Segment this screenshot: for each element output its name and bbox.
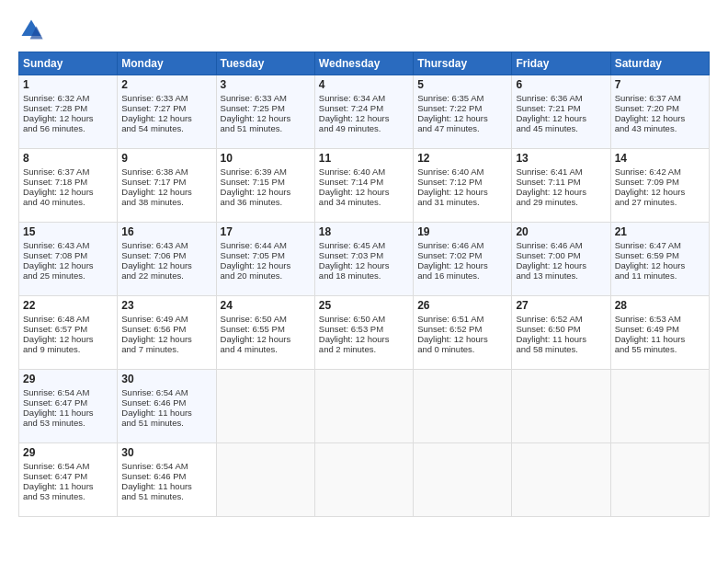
col-wednesday: Wednesday bbox=[314, 52, 413, 75]
table-row bbox=[610, 443, 709, 517]
table-row: 27Sunrise: 6:52 AMSunset: 6:50 PMDayligh… bbox=[512, 296, 610, 370]
table-row: 8Sunrise: 6:37 AMSunset: 7:18 PMDaylight… bbox=[19, 149, 118, 223]
table-row: 1Sunrise: 6:32 AMSunset: 7:28 PMDaylight… bbox=[19, 75, 118, 149]
table-row bbox=[512, 443, 610, 517]
table-row bbox=[414, 443, 512, 517]
calendar-table: Sunday Monday Tuesday Wednesday Thursday… bbox=[18, 52, 710, 517]
table-row: 14Sunrise: 6:42 AMSunset: 7:09 PMDayligh… bbox=[610, 149, 709, 223]
table-row: 3Sunrise: 6:33 AMSunset: 7:25 PMDaylight… bbox=[216, 75, 314, 149]
table-row: 24Sunrise: 6:50 AMSunset: 6:55 PMDayligh… bbox=[216, 296, 314, 370]
table-row: 29Sunrise: 6:54 AMSunset: 6:47 PMDayligh… bbox=[19, 443, 118, 517]
calendar-body: 1Sunrise: 6:32 AMSunset: 7:28 PMDaylight… bbox=[19, 75, 710, 517]
table-row: 9Sunrise: 6:38 AMSunset: 7:17 PMDaylight… bbox=[118, 149, 216, 223]
table-row: 28Sunrise: 6:53 AMSunset: 6:49 PMDayligh… bbox=[610, 296, 709, 370]
table-row: 26Sunrise: 6:51 AMSunset: 6:52 PMDayligh… bbox=[414, 296, 512, 370]
logo-icon bbox=[18, 17, 44, 42]
logo bbox=[18, 17, 46, 42]
table-row: 13Sunrise: 6:41 AMSunset: 7:11 PMDayligh… bbox=[512, 149, 610, 223]
table-row: 30Sunrise: 6:54 AMSunset: 6:46 PMDayligh… bbox=[118, 443, 216, 517]
table-row: 7Sunrise: 6:37 AMSunset: 7:20 PMDaylight… bbox=[610, 75, 709, 149]
table-row: 16Sunrise: 6:43 AMSunset: 7:06 PMDayligh… bbox=[118, 223, 216, 296]
table-row: 15Sunrise: 6:43 AMSunset: 7:08 PMDayligh… bbox=[19, 223, 118, 296]
col-thursday: Thursday bbox=[414, 52, 512, 75]
table-row: 5Sunrise: 6:35 AMSunset: 7:22 PMDaylight… bbox=[414, 75, 512, 149]
col-saturday: Saturday bbox=[610, 52, 709, 75]
table-row: 29Sunrise: 6:54 AMSunset: 6:47 PMDayligh… bbox=[19, 370, 118, 443]
header bbox=[18, 17, 710, 42]
table-row: 23Sunrise: 6:49 AMSunset: 6:56 PMDayligh… bbox=[118, 296, 216, 370]
table-row: 17Sunrise: 6:44 AMSunset: 7:05 PMDayligh… bbox=[216, 223, 314, 296]
table-row bbox=[414, 370, 512, 443]
table-row: 10Sunrise: 6:39 AMSunset: 7:15 PMDayligh… bbox=[216, 149, 314, 223]
col-friday: Friday bbox=[512, 52, 610, 75]
table-row bbox=[216, 443, 314, 517]
table-row: 18Sunrise: 6:45 AMSunset: 7:03 PMDayligh… bbox=[314, 223, 413, 296]
table-row: 30Sunrise: 6:54 AMSunset: 6:46 PMDayligh… bbox=[118, 370, 216, 443]
table-row: 20Sunrise: 6:46 AMSunset: 7:00 PMDayligh… bbox=[512, 223, 610, 296]
col-tuesday: Tuesday bbox=[216, 52, 314, 75]
table-row: 4Sunrise: 6:34 AMSunset: 7:24 PMDaylight… bbox=[314, 75, 413, 149]
table-row bbox=[314, 443, 413, 517]
table-row bbox=[512, 370, 610, 443]
page: Sunday Monday Tuesday Wednesday Thursday… bbox=[0, 0, 728, 563]
table-row: 22Sunrise: 6:48 AMSunset: 6:57 PMDayligh… bbox=[19, 296, 118, 370]
table-row bbox=[314, 370, 413, 443]
table-row: 2Sunrise: 6:33 AMSunset: 7:27 PMDaylight… bbox=[118, 75, 216, 149]
table-row: 6Sunrise: 6:36 AMSunset: 7:21 PMDaylight… bbox=[512, 75, 610, 149]
col-sunday: Sunday bbox=[19, 52, 118, 75]
table-row: 21Sunrise: 6:47 AMSunset: 6:59 PMDayligh… bbox=[610, 223, 709, 296]
col-monday: Monday bbox=[118, 52, 216, 75]
table-row: 19Sunrise: 6:46 AMSunset: 7:02 PMDayligh… bbox=[414, 223, 512, 296]
table-row: 11Sunrise: 6:40 AMSunset: 7:14 PMDayligh… bbox=[314, 149, 413, 223]
table-row: 12Sunrise: 6:40 AMSunset: 7:12 PMDayligh… bbox=[414, 149, 512, 223]
header-row: Sunday Monday Tuesday Wednesday Thursday… bbox=[19, 52, 710, 75]
table-row bbox=[216, 370, 314, 443]
table-row bbox=[610, 370, 709, 443]
table-row: 25Sunrise: 6:50 AMSunset: 6:53 PMDayligh… bbox=[314, 296, 413, 370]
